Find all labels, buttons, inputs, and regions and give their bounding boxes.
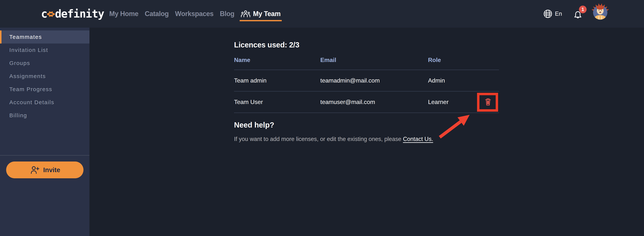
cell-email: teamadmin@mail.com [320, 77, 428, 84]
logo-angle-icon: <> [47, 8, 51, 20]
sidebar-item-label: Assignments [9, 73, 46, 79]
delete-teammate-button[interactable] [483, 97, 493, 107]
invite-button-label: Invite [43, 166, 60, 174]
active-nav-underline [240, 20, 282, 21]
teammates-table: Name Email Role Team admin teamadmin@mai… [234, 57, 499, 113]
sidebar-item-team-progress[interactable]: Team Progress [0, 83, 90, 96]
language-label: En [555, 11, 562, 17]
notifications-button[interactable]: 1 [573, 9, 583, 19]
help-text: If you want to add more licenses, or edi… [234, 136, 644, 143]
need-help-heading: Need help? [234, 121, 644, 129]
table-row: Team admin teamadmin@mail.com Admin [234, 70, 499, 91]
main-nav: My Home Catalog Workspaces Blog My Team [109, 0, 280, 28]
nav-my-team-label: My Team [253, 10, 281, 18]
sidebar-item-billing[interactable]: Billing [0, 109, 90, 122]
sidebar-item-label: Account Details [9, 99, 54, 105]
cell-email: teamuser@mail.com [320, 98, 428, 105]
cell-role: Admin [428, 77, 480, 84]
cell-actions [480, 97, 499, 107]
language-switcher[interactable]: En [543, 9, 562, 19]
sidebar-item-teammates[interactable]: Teammates [0, 30, 90, 44]
logo-text-rest: definity [55, 8, 104, 20]
licences-heading: Licences used: 2/3 [234, 41, 644, 49]
table-row: Team User teamuser@mail.com Learner [234, 91, 499, 113]
column-header-actions [480, 57, 499, 63]
nav-my-team[interactable]: My Team [241, 0, 281, 28]
logo-text-pre: c [41, 8, 47, 20]
people-icon [241, 10, 250, 18]
avatar-illustration [591, 2, 609, 22]
column-header-name: Name [234, 57, 320, 63]
sidebar-item-assignments[interactable]: Assignments [0, 70, 90, 83]
trash-icon [483, 97, 493, 107]
sidebar-item-label: Invitation List [9, 47, 48, 53]
sidebar-item-label: Billing [9, 112, 27, 119]
cell-name: Team User [234, 98, 320, 105]
nav-my-home[interactable]: My Home [109, 0, 138, 28]
help-text-body: If you want to add more licenses, or edi… [234, 136, 403, 142]
table-header-row: Name Email Role [234, 57, 499, 70]
cell-role: Learner [428, 98, 480, 105]
sidebar-item-account-details[interactable]: Account Details [0, 96, 90, 109]
navbar-right: En 1 [543, 6, 608, 22]
sidebar-item-label: Groups [9, 60, 30, 66]
column-header-role: Role [428, 57, 480, 63]
globe-icon [543, 9, 553, 19]
sidebar-item-label: Team Progress [9, 86, 52, 92]
avatar[interactable] [592, 6, 608, 22]
main-content: Licences used: 2/3 Name Email Role Team … [90, 28, 644, 236]
person-add-icon [30, 166, 40, 174]
sidebar-item-label: Teammates [9, 34, 42, 40]
sidebar-item-groups[interactable]: Groups [0, 57, 90, 70]
nav-catalog[interactable]: Catalog [145, 0, 169, 28]
sidebar-item-invitation-list[interactable]: Invitation List [0, 44, 90, 57]
contact-us-link[interactable]: Contact Us. [403, 136, 433, 142]
nav-blog[interactable]: Blog [220, 0, 234, 28]
top-navbar: c<>definity My Home Catalog Workspaces B… [0, 0, 644, 28]
sidebar-divider [0, 155, 90, 156]
invite-button[interactable]: Invite [6, 162, 84, 178]
codefinity-logo[interactable]: c<>definity [41, 8, 104, 20]
nav-workspaces[interactable]: Workspaces [175, 0, 213, 28]
sidebar: Teammates Invitation List Groups Assignm… [0, 28, 90, 236]
cell-name: Team admin [234, 77, 320, 84]
notification-badge: 1 [579, 6, 586, 13]
app-root: c<>definity My Home Catalog Workspaces B… [0, 0, 644, 236]
column-header-email: Email [320, 57, 428, 63]
